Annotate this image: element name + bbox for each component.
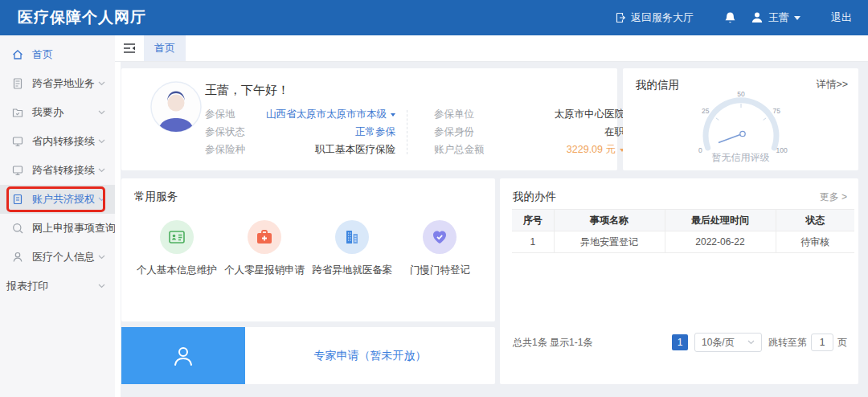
- sidebar-item-report-print[interactable]: 报表打印: [0, 272, 115, 301]
- expert-icon-block: [121, 327, 245, 384]
- user-menu[interactable]: 王蕾: [751, 10, 800, 25]
- cell-status: 待审核: [776, 231, 854, 253]
- services-row: 个人基本信息维护 个人零星报销申请 跨省异地就医备案: [133, 220, 484, 277]
- return-service-hall-link[interactable]: 返回服务大厅: [615, 10, 694, 25]
- collapse-sidebar-icon[interactable]: [115, 35, 144, 61]
- folder-icon: [11, 106, 24, 119]
- sidebar-item-online-declaration-query[interactable]: 网上申报事项查询: [0, 214, 115, 243]
- svg-text:50: 50: [737, 90, 745, 98]
- pagination: 总共1条 显示1-1条 1 10条/页 跳转至第 页: [513, 333, 847, 352]
- person-icon: [11, 251, 24, 264]
- chevron-down-icon: [391, 113, 395, 117]
- chevron-down-icon: [98, 168, 105, 173]
- logout-button[interactable]: 退出: [831, 10, 852, 25]
- monitor-icon: [11, 164, 24, 177]
- insurance-type-value: 职工基本医疗保险: [315, 143, 395, 157]
- document-icon: [11, 77, 24, 90]
- credit-gauge: 0 25 50 75 100: [673, 84, 809, 157]
- table-header-row: 序号 事项名称 最后处理时间 状态: [512, 210, 854, 231]
- col-last-time: 最后处理时间: [665, 210, 776, 231]
- profile-card: 王蕾，下午好！ 参保地 山西省太原市太原市市本级 参保状态 正常参保 参保险种: [121, 68, 617, 170]
- building-icon: [335, 220, 369, 254]
- page-size-select[interactable]: 10条/页: [694, 333, 762, 352]
- sidebar-item-medical-personal-info[interactable]: 医疗个人信息: [0, 243, 115, 272]
- service-personal-info-maintenance[interactable]: 个人基本信息维护: [133, 220, 220, 277]
- pagination-summary: 总共1条 显示1-1条: [513, 336, 592, 350]
- credit-details-link[interactable]: 详情>>: [816, 78, 848, 92]
- id-card-icon: [160, 220, 194, 254]
- pagination-controls: 1 10条/页 跳转至第 页: [672, 333, 847, 352]
- service-cross-province-filing[interactable]: 跨省异地就医备案: [309, 220, 396, 277]
- main-content: 王蕾，下午好！ 参保地 山西省太原市太原市市本级 参保状态 正常参保 参保险种: [115, 62, 868, 397]
- return-service-hall-label: 返回服务大厅: [631, 10, 694, 25]
- heart-check-icon: [423, 220, 457, 254]
- exit-doc-icon: [615, 12, 626, 23]
- col-item-name: 事项名称: [554, 210, 665, 231]
- chevron-down-icon: [98, 110, 105, 115]
- user-avatar-icon: [751, 11, 764, 24]
- chevron-down-icon: [98, 284, 105, 289]
- my-items-more-link[interactable]: 更多 >: [820, 190, 847, 204]
- tab-home[interactable]: 首页: [144, 35, 186, 61]
- medical-insurance-portal: 医疗保障个人网厅 返回服务大厅 王蕾 退出: [0, 0, 868, 397]
- field-insured-status: 参保状态 正常参保: [205, 126, 395, 138]
- cell-seq: 1: [512, 231, 554, 253]
- chevron-down-icon: [794, 16, 800, 20]
- sidebar-item-in-province-transfer[interactable]: 省内转移接续: [0, 127, 115, 156]
- sidebar-item-cross-province-transfer[interactable]: 跨省转移接续: [0, 156, 115, 185]
- service-sporadic-reimbursement[interactable]: 个人零星报销申请: [220, 220, 308, 277]
- insured-identity-value: 在职: [604, 125, 624, 139]
- chevron-down-icon: [98, 255, 105, 260]
- home-icon: [11, 48, 24, 61]
- credit-card: 我的信用 详情>> 0 25 50 75 100 暂无信用评级: [623, 68, 858, 170]
- medical-kit-icon: [248, 220, 281, 254]
- jump-page-input[interactable]: [811, 334, 833, 351]
- insured-place-dropdown[interactable]: 山西省太原市太原市市本级: [266, 108, 395, 121]
- field-insured-identity: 参保身份 在职: [434, 126, 624, 138]
- cell-item-name: 异地安置登记: [554, 231, 665, 253]
- avatar: [150, 81, 202, 136]
- sidebar: 首页 跨省异地业务 我要办 省内转移接续 跨省: [0, 35, 115, 397]
- svg-text:75: 75: [772, 107, 780, 115]
- chevron-down-icon: [98, 139, 105, 144]
- field-insured-unit: 参保单位 太原市中心医院: [434, 108, 624, 121]
- person-outline-icon: [170, 343, 196, 369]
- expert-application-card[interactable]: 专家申请（暂未开放）: [121, 327, 495, 384]
- profile-fields-right: 参保单位 太原市中心医院 参保身份 在职 账户总金额 3229.09 元: [434, 108, 624, 156]
- jump-to-page: 跳转至第 页: [768, 334, 847, 351]
- search-icon: [11, 222, 24, 235]
- dashed-divider: [407, 110, 434, 154]
- monitor-icon: [11, 135, 24, 148]
- chevron-down-icon: [98, 81, 105, 86]
- card-icon: [11, 193, 24, 206]
- field-insurance-type: 参保险种 职工基本医疗保险: [205, 144, 395, 156]
- svg-text:25: 25: [702, 107, 710, 115]
- tab-bar: 首页: [115, 35, 868, 62]
- sidebar-item-home[interactable]: 首页: [0, 40, 115, 69]
- services-title: 常用服务: [134, 190, 178, 204]
- field-account-total: 账户总金额 3229.09 元: [434, 144, 624, 156]
- profile-fields-left: 参保地 山西省太原市太原市市本级 参保状态 正常参保 参保险种 职工基本医疗保险: [205, 108, 395, 156]
- sidebar-item-account-mutual-aid[interactable]: 账户共济授权: [0, 185, 115, 214]
- greeting: 王蕾，下午好！: [205, 83, 289, 98]
- insured-unit-value: 太原市中心医院: [555, 108, 625, 121]
- col-status: 状态: [776, 210, 854, 231]
- service-outpatient-special-registration[interactable]: 门慢门特登记: [396, 220, 484, 277]
- page-number-button[interactable]: 1: [672, 334, 688, 350]
- credit-status: 暂无信用评级: [623, 151, 858, 165]
- col-seq: 序号: [512, 210, 554, 231]
- sidebar-item-cross-province-business[interactable]: 跨省异地业务: [0, 69, 115, 98]
- chevron-down-icon: [98, 197, 105, 202]
- insured-status-value: 正常参保: [355, 125, 395, 139]
- username: 王蕾: [768, 10, 789, 25]
- profile-fields: 参保地 山西省太原市太原市市本级 参保状态 正常参保 参保险种 职工基本医疗保险: [205, 108, 624, 156]
- expert-application-label: 专家申请（暂未开放）: [245, 327, 495, 384]
- table-row: 1 异地安置登记 2022-06-22 待审核: [512, 231, 854, 253]
- account-total-dropdown[interactable]: 3229.09 元: [567, 143, 624, 157]
- my-items-card: 我的办件 更多 > 序号 事项名称 最后处理时间 状态 1 异地安置登记: [500, 178, 858, 384]
- field-insured-place: 参保地 山西省太原市太原市市本级: [205, 108, 395, 121]
- notification-bell-icon[interactable]: [724, 11, 736, 24]
- cell-last-time: 2022-06-22: [665, 231, 776, 253]
- chevron-down-icon: [747, 340, 755, 345]
- sidebar-item-i-want-to-do[interactable]: 我要办: [0, 98, 115, 127]
